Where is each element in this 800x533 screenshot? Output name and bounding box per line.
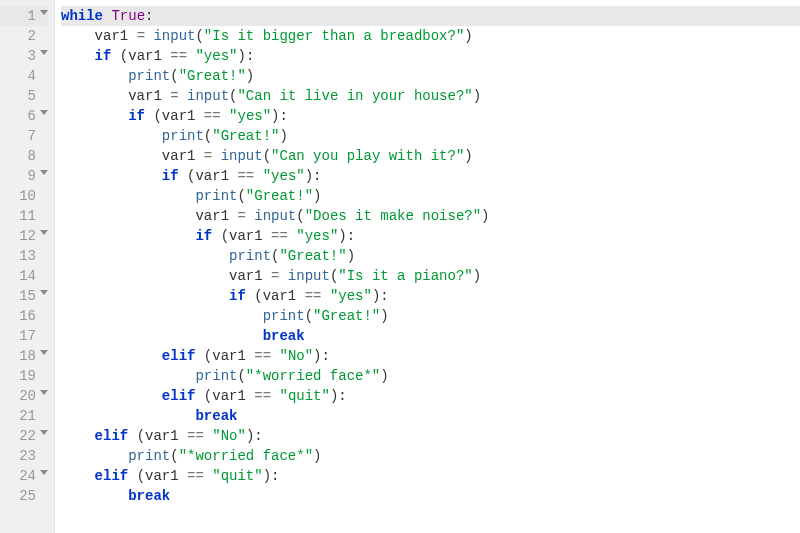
line-number-text: 25 [19, 488, 36, 504]
code-line[interactable]: if (var1 == "yes"): [61, 226, 800, 246]
code-line[interactable]: break [61, 486, 800, 506]
line-number: 14 [0, 266, 48, 286]
code-line[interactable]: if (var1 == "yes"): [61, 166, 800, 186]
token-bi: input [187, 88, 229, 104]
code-line[interactable]: while True: [61, 6, 800, 26]
line-number-text: 11 [19, 208, 36, 224]
token-punc: ) [313, 348, 321, 364]
code-line[interactable]: elif (var1 == "No"): [61, 346, 800, 366]
token-punc: ( [170, 448, 178, 464]
fold-toggle-icon[interactable] [40, 430, 48, 435]
code-line[interactable]: print("*worried face*") [61, 446, 800, 466]
line-number-text: 16 [19, 308, 36, 324]
code-line[interactable]: print("Great!") [61, 186, 800, 206]
code-line[interactable]: break [61, 406, 800, 426]
fold-toggle-icon[interactable] [40, 230, 48, 235]
token-punc: ( [204, 348, 212, 364]
token-space [212, 228, 220, 244]
token-str: "Great!" [313, 308, 380, 324]
line-number: 3 [0, 46, 48, 66]
indent [61, 268, 229, 284]
token-punc: ( [263, 148, 271, 164]
token-kw: if [95, 48, 112, 64]
token-punc: ) [305, 168, 313, 184]
code-line[interactable]: elif (var1 == "No"): [61, 426, 800, 446]
code-line[interactable]: print("Great!") [61, 246, 800, 266]
indent [61, 48, 95, 64]
code-line[interactable]: print("Great!") [61, 306, 800, 326]
indent [61, 148, 162, 164]
token-str: "No" [212, 428, 246, 444]
token-space [246, 208, 254, 224]
token-punc: ) [263, 468, 271, 484]
token-bi: print [263, 308, 305, 324]
token-space [321, 288, 329, 304]
line-number-text: 19 [19, 368, 36, 384]
token-punc: : [254, 428, 262, 444]
fold-toggle-icon[interactable] [40, 10, 48, 15]
line-number: 1 [0, 6, 48, 26]
fold-toggle-icon[interactable] [40, 470, 48, 475]
code-editor[interactable]: 1234567891011121314151617181920212223242… [0, 0, 800, 533]
token-space [195, 148, 203, 164]
fold-toggle-icon[interactable] [40, 50, 48, 55]
code-line[interactable]: var1 = input("Is it a piano?") [61, 266, 800, 286]
code-line[interactable]: break [61, 326, 800, 346]
token-punc: : [271, 468, 279, 484]
code-line[interactable]: if (var1 == "yes"): [61, 286, 800, 306]
token-space [179, 88, 187, 104]
code-line[interactable]: elif (var1 == "quit"): [61, 466, 800, 486]
code-line[interactable]: elif (var1 == "quit"): [61, 386, 800, 406]
code-line[interactable]: var1 = input("Does it make noise?") [61, 206, 800, 226]
token-punc: ( [204, 128, 212, 144]
token-kw: break [263, 328, 305, 344]
line-number-text: 18 [19, 348, 36, 364]
code-line[interactable]: print("Great!") [61, 66, 800, 86]
token-space [128, 28, 136, 44]
token-bi: print [162, 128, 204, 144]
code-line[interactable]: if (var1 == "yes"): [61, 46, 800, 66]
fold-toggle-icon[interactable] [40, 290, 48, 295]
token-punc: ) [237, 48, 245, 64]
line-number-text: 24 [19, 468, 36, 484]
token-kw: if [195, 228, 212, 244]
fold-toggle-icon[interactable] [40, 110, 48, 115]
line-number-text: 5 [28, 88, 36, 104]
token-punc: ) [473, 268, 481, 284]
token-space [179, 428, 187, 444]
fold-toggle-icon[interactable] [40, 170, 48, 175]
token-punc: ( [254, 288, 262, 304]
token-op: == [170, 48, 187, 64]
token-op: == [271, 228, 288, 244]
token-id: var1 [195, 208, 229, 224]
token-str: "Can you play with it?" [271, 148, 464, 164]
token-punc: ( [296, 208, 304, 224]
code-line[interactable]: print("*worried face*") [61, 366, 800, 386]
code-line[interactable]: var1 = input("Is it bigger than a breadb… [61, 26, 800, 46]
token-bi: input [221, 148, 263, 164]
code-area[interactable]: while True: var1 = input("Is it bigger t… [55, 0, 800, 533]
token-punc: : [280, 108, 288, 124]
token-op: == [254, 348, 271, 364]
token-punc: : [347, 228, 355, 244]
indent [61, 208, 195, 224]
token-bi: input [254, 208, 296, 224]
token-space [254, 168, 262, 184]
indent [61, 128, 162, 144]
token-space [204, 468, 212, 484]
fold-toggle-icon[interactable] [40, 350, 48, 355]
code-line[interactable]: if (var1 == "yes"): [61, 106, 800, 126]
line-number: 18 [0, 346, 48, 366]
code-line[interactable]: var1 = input("Can it live in your house?… [61, 86, 800, 106]
token-bi: print [195, 188, 237, 204]
line-number: 9 [0, 166, 48, 186]
indent [61, 248, 229, 264]
token-punc: ) [313, 188, 321, 204]
indent [61, 228, 195, 244]
token-op: == [187, 468, 204, 484]
code-line[interactable]: var1 = input("Can you play with it?") [61, 146, 800, 166]
token-id: var1 [195, 168, 229, 184]
code-line[interactable]: print("Great!") [61, 126, 800, 146]
token-str: "Is it bigger than a breadbox?" [204, 28, 464, 44]
fold-toggle-icon[interactable] [40, 390, 48, 395]
